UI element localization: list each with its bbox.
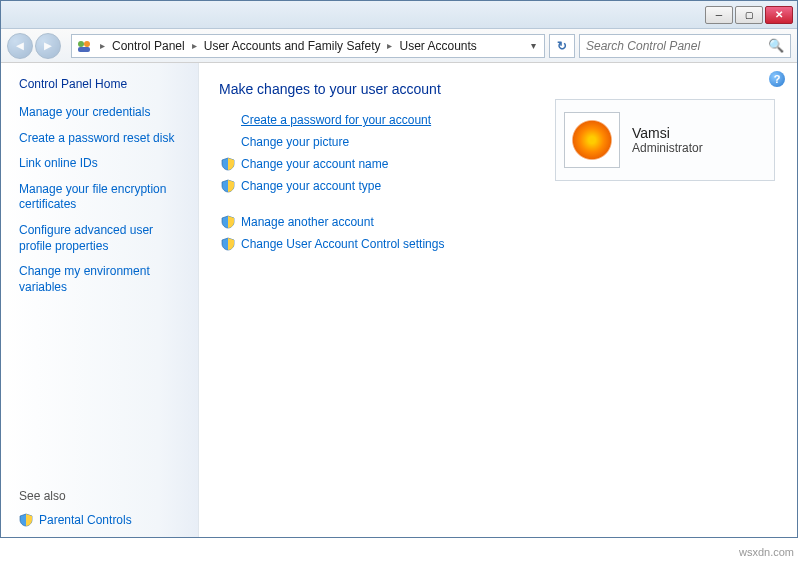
see-also-parental-controls[interactable]: Parental Controls [19, 513, 188, 527]
breadcrumb-item[interactable]: User Accounts and Family Safety [201, 39, 384, 53]
svg-rect-2 [78, 47, 90, 52]
shield-icon [19, 513, 33, 527]
back-button[interactable]: ◄ [7, 33, 33, 59]
sidebar-title: Control Panel Home [19, 77, 188, 91]
control-panel-window: ─ ▢ ✕ ◄ ► ▸ Control Panel ▸ User Account… [0, 0, 798, 538]
task-link[interactable]: Manage another account [219, 215, 777, 229]
svg-point-1 [84, 41, 90, 47]
refresh-button[interactable]: ↻ [549, 34, 575, 58]
breadcrumb-dropdown[interactable]: ▾ [527, 40, 540, 51]
task-link[interactable]: Change User Account Control settings [219, 237, 777, 251]
user-accounts-icon [76, 38, 92, 54]
sidebar-link-encryption[interactable]: Manage your file encryption certificates [19, 182, 188, 213]
navbar: ◄ ► ▸ Control Panel ▸ User Accounts and … [1, 29, 797, 63]
shield-icon [221, 237, 235, 251]
breadcrumb-item[interactable]: Control Panel [109, 39, 188, 53]
see-also-item-label: Parental Controls [39, 513, 132, 527]
search-box[interactable]: 🔍 [579, 34, 791, 58]
shield-icon [221, 215, 235, 229]
page-title: Make changes to your user account [219, 81, 777, 97]
nav-buttons: ◄ ► [1, 33, 67, 59]
watermark: wsxdn.com [739, 546, 794, 558]
task-link[interactable]: Change your account type [219, 179, 777, 193]
help-icon[interactable]: ? [769, 71, 785, 87]
avatar [564, 112, 620, 168]
see-also-label: See also [19, 489, 188, 503]
task-label: Change your account type [241, 179, 381, 193]
task-label: Manage another account [241, 215, 374, 229]
task-label: Change your picture [241, 135, 349, 149]
close-button[interactable]: ✕ [765, 6, 793, 24]
sidebar-link-reset-disk[interactable]: Create a password reset disk [19, 131, 188, 147]
maximize-button[interactable]: ▢ [735, 6, 763, 24]
sidebar-link-profile-props[interactable]: Configure advanced user profile properti… [19, 223, 188, 254]
shield-icon [221, 157, 235, 171]
sidebar: Control Panel Home Manage your credentia… [1, 63, 199, 537]
account-name: Vamsi [632, 125, 703, 141]
breadcrumb-item[interactable]: User Accounts [396, 39, 479, 53]
search-input[interactable] [586, 39, 768, 53]
svg-point-0 [78, 41, 84, 47]
sidebar-link-env-vars[interactable]: Change my environment variables [19, 264, 188, 295]
account-role: Administrator [632, 141, 703, 155]
minimize-button[interactable]: ─ [705, 6, 733, 24]
task-label: Change User Account Control settings [241, 237, 444, 251]
shield-icon [221, 179, 235, 193]
sidebar-link-online-ids[interactable]: Link online IDs [19, 156, 188, 172]
main-panel: ? Make changes to your user account Crea… [199, 63, 797, 537]
account-card: Vamsi Administrator [555, 99, 775, 181]
titlebar: ─ ▢ ✕ [1, 1, 797, 29]
task-label: Create a password for your account [241, 113, 431, 127]
breadcrumb[interactable]: ▸ Control Panel ▸ User Accounts and Fami… [71, 34, 545, 58]
sidebar-link-credentials[interactable]: Manage your credentials [19, 105, 188, 121]
forward-button[interactable]: ► [35, 33, 61, 59]
search-icon: 🔍 [768, 38, 784, 53]
task-label: Change your account name [241, 157, 388, 171]
